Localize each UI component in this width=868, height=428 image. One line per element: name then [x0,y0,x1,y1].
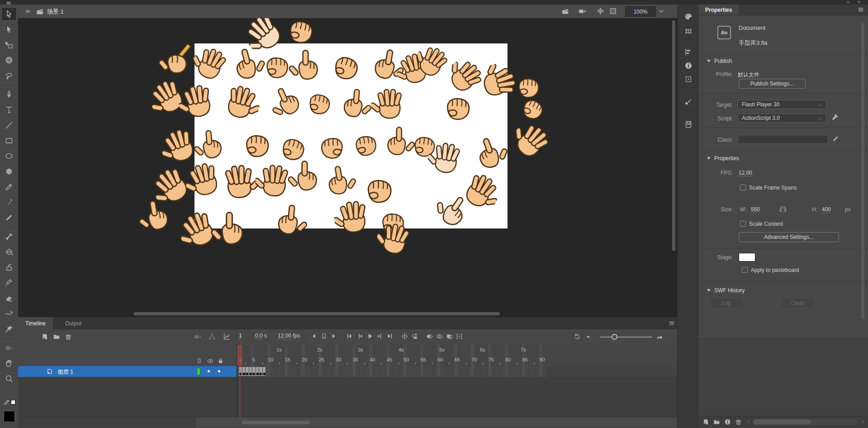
dock-panel-snippets[interactable] [683,96,694,107]
profile-value[interactable]: 默认文件 [738,71,759,79]
script-settings-wrench-icon[interactable] [831,113,839,121]
loop-frame-icon[interactable] [320,333,327,340]
add-camera-icon[interactable] [194,333,202,341]
stage-pasteboard[interactable] [18,18,677,317]
elapsed-time-value[interactable]: 0,0 s [255,333,267,339]
back-arrow-icon[interactable] [24,7,32,15]
tool-asset-warp[interactable] [1,322,17,336]
publish-section-header[interactable]: Publish [707,58,732,64]
swf-log-button[interactable]: Log [709,298,744,309]
tool-rotation-3d[interactable] [1,53,17,67]
dock-panel-transform[interactable] [683,74,694,85]
dock-panel-info[interactable] [683,60,694,71]
fps-value[interactable]: 12,00 [739,170,752,176]
properties-section-header[interactable]: Properties [707,155,739,162]
edit-class-pencil-icon[interactable] [832,135,840,143]
class-input[interactable] [738,135,828,144]
new-folder-icon[interactable] [713,418,721,426]
item-properties-icon[interactable] [724,418,731,426]
panel-collapse-icon[interactable]: « [847,0,849,5]
tool-bone[interactable] [1,230,17,243]
tab-properties[interactable]: Properties [699,5,738,15]
tool-ink-bottle[interactable] [1,261,17,274]
edit-multiple-frames-icon[interactable] [446,333,453,340]
tool-polystar[interactable] [1,165,17,178]
layer-row[interactable]: 图层 1 [18,366,237,377]
tool-lasso[interactable] [1,69,17,82]
tool-line[interactable] [1,119,17,132]
step-back-icon[interactable] [356,333,364,340]
tool-subselection[interactable] [1,23,17,36]
step-forward-icon[interactable] [376,333,384,340]
zoom-chevron-down-icon[interactable] [658,8,665,15]
scroll-left-icon[interactable] [745,418,752,425]
properties-scrollbar[interactable] [861,23,864,319]
clip-to-stage-icon[interactable] [609,7,617,15]
elapsed-time-number[interactable]: 0,0 [255,333,263,339]
tool-paint-brush[interactable] [1,211,17,224]
tool-eyedropper[interactable] [1,276,17,290]
keyframe-cell[interactable] [262,366,266,376]
stage-vertical-scrollbar[interactable] [672,20,675,251]
go-to-first-frame-icon[interactable] [346,333,353,340]
scene-title[interactable]: 场景 1 [47,8,64,16]
layer-lock-dot[interactable] [218,370,220,372]
loop-playback-icon[interactable] [411,333,418,340]
script-dropdown[interactable]: ActionScript 3.0 [738,114,826,123]
apply-to-pasteboard-checkbox[interactable] [742,267,748,273]
height-value[interactable]: 400 [822,206,831,213]
delete-layer-icon[interactable] [64,333,72,341]
reset-timeline-zoom-icon[interactable] [574,333,581,340]
footer-scrollbar-thumb[interactable] [753,419,811,424]
layer-parenting-icon[interactable] [208,333,216,341]
fill-color-swatch[interactable] [4,411,15,422]
playhead-head[interactable] [237,345,242,365]
stage-canvas[interactable] [194,43,508,228]
onion-skin-icon[interactable] [426,333,433,340]
timeline-zoom-slider-knob[interactable] [612,334,617,340]
dock-panel-color[interactable] [683,11,694,22]
dock-panel-library[interactable] [683,119,694,130]
panel-close-icon[interactable]: × [858,0,860,5]
modify-markers-icon[interactable] [455,333,463,340]
edit-scene-icon[interactable] [561,7,569,15]
tool-pencil[interactable] [1,180,17,194]
zoom-in-frames-icon[interactable] [656,333,664,340]
lock-column-icon[interactable] [217,357,224,364]
tool-selection[interactable] [1,7,17,21]
new-folder-icon[interactable] [52,333,61,341]
dock-panel-swatches[interactable] [683,26,694,37]
layer-name[interactable]: 图层 1 [58,368,73,376]
tab-output[interactable]: Output [58,317,89,329]
timeline-panel-menu-icon[interactable] [668,320,675,327]
tool-camera[interactable] [1,341,17,355]
link-width-height-icon[interactable] [778,205,787,214]
tool-pen[interactable] [1,88,17,101]
stage-horizontal-scrollbar[interactable] [133,312,500,315]
target-dropdown[interactable]: Flash Player 30 [738,100,826,109]
scale-content-checkbox[interactable] [740,221,746,227]
width-value[interactable]: 550 [751,206,760,213]
camera-icon[interactable] [578,7,587,15]
go-to-last-frame-icon[interactable] [386,333,394,340]
tool-zoom[interactable] [1,372,17,385]
timeline-scrollbar-thumb[interactable] [242,421,310,424]
swf-clear-button[interactable]: Clear [780,298,815,309]
new-layer-icon[interactable] [41,333,49,341]
onion-skin-outlines-icon[interactable] [436,333,443,340]
layer-visible-dot[interactable] [208,370,210,372]
swf-history-section-header[interactable]: SWF History [707,287,745,294]
dock-panel-align[interactable] [683,47,694,57]
stage-color-swatch[interactable] [739,253,755,262]
empty-frames-grid[interactable] [237,366,546,377]
tool-hand[interactable] [1,357,17,370]
tool-art-brush[interactable] [1,195,17,209]
scroll-right-icon[interactable] [859,418,866,425]
center-stage-icon[interactable] [596,7,605,15]
document-filename[interactable]: 手型库3.fla [739,39,768,47]
scale-frame-spans-checkbox[interactable] [740,185,746,190]
previous-keyframe-icon[interactable] [310,333,318,340]
stroke-color-chip[interactable] [1,395,17,409]
properties-panel-menu-icon[interactable] [857,6,864,14]
layer-frames-row[interactable] [237,366,677,377]
